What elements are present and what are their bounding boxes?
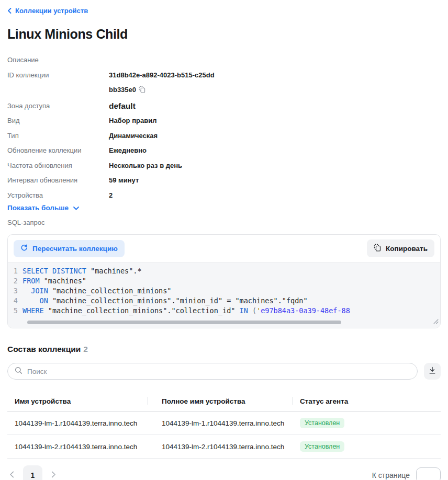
property-row: Зона доступаdefault [7, 99, 441, 114]
sql-section-label: SQL-запрос [7, 219, 441, 226]
device-name-cell: 1044139-lm-2.r1044139.terra.inno.tech [7, 435, 148, 459]
table-row: 1044139-lm-2.r1044139.terra.inno.tech104… [7, 435, 441, 459]
line-number: 3 [8, 286, 23, 296]
property-value: Ежедневно [109, 143, 147, 158]
copy-button-label: Копировать [386, 245, 428, 253]
property-row: Частота обновленияНесколько раз в день [7, 158, 441, 174]
horizontal-scrollbar [27, 321, 433, 324]
property-label: Частота обновления [7, 158, 109, 174]
column-header: Полное имя устройства [148, 392, 293, 412]
property-label: Обновление коллекции [7, 143, 109, 158]
device-fqdn-cell: 1044139-lm-2.r1044139.terra.inno.tech [148, 435, 293, 459]
sql-code-editor[interactable]: 1SELECT DISTINCT "machines".*2FROM "mach… [8, 262, 440, 328]
devices-table-header: Имя устройстваПолное имя устройстваСтату… [7, 392, 441, 412]
property-row: Интервал обновления59 минут [7, 173, 441, 188]
code-line: 3 JOIN "machine_collection_minions" [8, 286, 440, 296]
table-row: 1044139-lm-1.r1044139.terra.inno.tech104… [7, 412, 441, 435]
property-label: Зона доступа [7, 99, 109, 114]
code-token: ( [248, 306, 256, 315]
line-number: 4 [8, 296, 23, 306]
code-token: SELECT DISTINCT [23, 267, 86, 275]
recount-button-label: Пересчитать коллекцию [32, 245, 118, 253]
property-row: ВидНабор правил [7, 113, 441, 129]
chevron-left-icon [9, 471, 14, 479]
search-row [7, 363, 441, 380]
line-number: 2 [8, 276, 23, 286]
current-page-button[interactable]: 1 [23, 465, 42, 480]
sql-code-lines: 1SELECT DISTINCT "machines".*2FROM "mach… [8, 266, 440, 316]
page-title: Linux Minions Child [7, 27, 441, 42]
code-token: ' [256, 306, 261, 315]
code-token: WHERE [23, 306, 44, 315]
show-more-link[interactable]: Показать больше [7, 204, 79, 212]
property-value: Набор правил [109, 113, 156, 129]
goto-page-label: К странице [372, 471, 410, 479]
property-label: Интервал обновления [7, 173, 109, 188]
pagination: 1 К странице [7, 465, 441, 480]
property-row: Обновление коллекцииЕжедневно [7, 143, 441, 158]
code-token: e97b84a3-0a39-48ef-88 [261, 306, 350, 315]
composition-title-label: Состав коллекции [7, 345, 81, 353]
column-header: Имя устройства [7, 392, 148, 412]
code-token: ON [40, 296, 48, 305]
property-value: 2 [109, 188, 113, 203]
search-box[interactable] [7, 363, 418, 380]
resize-handle-icon[interactable] [433, 317, 439, 327]
chevron-right-icon [51, 471, 56, 479]
composition-section-title: Состав коллекции2 [7, 345, 441, 354]
column-header: Статус агента [293, 392, 441, 412]
agent-status-cell: Установлен [293, 412, 441, 435]
copy-sql-button[interactable]: Копировать [367, 239, 434, 257]
refresh-icon [20, 244, 28, 253]
property-row: Описание [7, 53, 441, 68]
property-row: Устройства2 [7, 188, 441, 203]
code-line-content: FROM "machines" [23, 276, 440, 286]
copy-id-icon[interactable] [139, 84, 145, 99]
property-value: 31d8b42e-a892-4023-b515-c25ddbb335e0 [109, 68, 216, 99]
code-token: "machine_collection_minions"."minion_id"… [48, 296, 308, 305]
code-line: 4 ON "machine_collection_minions"."minio… [8, 296, 440, 306]
agent-status-cell: Установлен [293, 435, 441, 459]
code-token: "machine_collection_minions"."collection… [44, 306, 240, 315]
code-token [23, 287, 31, 295]
horizontal-scrollbar-thumb[interactable] [27, 321, 341, 324]
property-label: Тип [7, 129, 109, 144]
code-line-content: WHERE "machine_collection_minions"."coll… [23, 306, 440, 316]
property-value: default [109, 99, 136, 114]
chevron-left-icon [7, 8, 12, 14]
sql-panel-header: Пересчитать коллекцию Копировать [8, 235, 440, 262]
breadcrumb-label: Коллекции устройств [15, 7, 88, 15]
next-page-button[interactable] [49, 469, 58, 480]
line-number: 5 [8, 306, 23, 316]
property-row: ТипДинамическая [7, 129, 441, 144]
breadcrumb-back-link[interactable]: Коллекции устройств [7, 7, 88, 15]
property-label: Вид [7, 113, 109, 129]
header-row: Имя устройстваПолное имя устройстваСтату… [7, 392, 441, 412]
status-badge: Установлен [300, 441, 344, 452]
search-input[interactable] [27, 368, 410, 375]
show-more-label: Показать больше [7, 204, 69, 212]
devices-table-body: 1044139-lm-1.r1044139.terra.inno.tech104… [7, 412, 441, 459]
code-line-content: ON "machine_collection_minions"."minion_… [23, 296, 440, 306]
sql-panel: Пересчитать коллекцию Копировать 1SELECT… [7, 234, 441, 328]
status-badge: Установлен [300, 418, 344, 428]
previous-page-button[interactable] [7, 469, 16, 480]
property-label: Описание [7, 53, 109, 68]
property-value: Несколько раз в день [109, 158, 182, 174]
property-label: Устройства [7, 188, 109, 203]
code-token: IN [240, 306, 248, 315]
code-token: "machines".* [86, 267, 142, 275]
code-line: 2FROM "machines" [8, 276, 440, 286]
code-token [23, 296, 40, 305]
code-token: JOIN [31, 287, 48, 295]
collection-detail-page: Коллекции устройств Linux Minions Child … [0, 0, 448, 480]
code-line-content: JOIN "machine_collection_minions" [23, 286, 440, 296]
device-name-cell: 1044139-lm-1.r1044139.terra.inno.tech [7, 412, 148, 435]
property-label: ID коллекции [7, 68, 109, 83]
download-icon [429, 367, 436, 376]
chevron-down-icon [73, 204, 79, 212]
devices-table: Имя устройстваПолное имя устройстваСтату… [7, 392, 441, 459]
recount-collection-button[interactable]: Пересчитать коллекцию [14, 240, 125, 257]
download-button[interactable] [424, 363, 441, 380]
goto-page-input[interactable] [416, 467, 441, 480]
